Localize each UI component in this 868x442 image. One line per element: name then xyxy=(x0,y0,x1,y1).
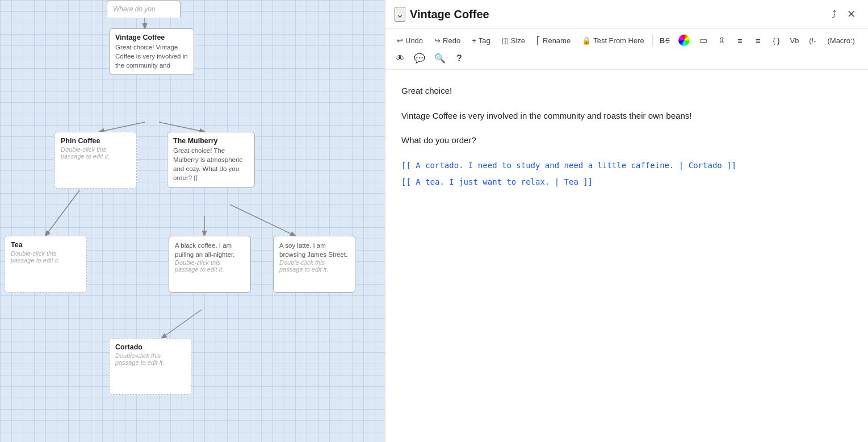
tag-label: Tag xyxy=(479,36,490,45)
list-icon: ≡ xyxy=(737,36,743,45)
align-btn[interactable]: ≡ xyxy=(750,34,766,48)
tag-button[interactable]: + Tag xyxy=(467,34,495,47)
node-the-mulberry-title: The Mulberry xyxy=(173,137,249,145)
test-from-here-button[interactable]: 🔒 Test From Here xyxy=(577,34,649,47)
editor-para-3: What do you order? xyxy=(401,133,852,148)
editor-option-2: [[ A tea. I just want to relax. | Tea ]] xyxy=(401,174,852,189)
right-panel: ⌄ Vintage Coffee ⤴ ✕ ↩ Undo ↪ Redo + Tag… xyxy=(385,0,868,442)
node-cortado-placeholder: Double-click this passage to edit it. xyxy=(115,352,185,366)
node-where-do-you[interactable]: Where do you xyxy=(107,0,181,18)
svg-line-2 xyxy=(159,122,204,132)
rename-label: Rename xyxy=(543,36,571,45)
comment-icon: 💬 xyxy=(414,53,425,64)
svg-line-1 xyxy=(99,122,145,132)
list-btn[interactable]: ≡ xyxy=(732,34,748,48)
braces-icon: { } xyxy=(773,36,779,45)
bold-strikethrough-btn[interactable]: BS xyxy=(656,34,673,47)
editor-para-3-text: What do you order? xyxy=(401,135,476,145)
color-btn[interactable] xyxy=(675,32,693,48)
node-tea-placeholder: Double-click this passage to edit it. xyxy=(11,250,81,264)
color-wheel-icon xyxy=(678,35,690,46)
text-box-btn[interactable]: ▭ xyxy=(695,33,711,48)
help-btn[interactable]: ? xyxy=(451,51,467,66)
align-icon: ≡ xyxy=(756,36,761,45)
editor-para-1-text: Great choice! xyxy=(401,86,452,95)
panel-actions: ⤴ ✕ xyxy=(828,6,859,23)
editor-para-2: Vintage Coffee is very involved in the c… xyxy=(401,109,852,123)
node-black-coffee-placeholder: Double-click this passage to edit it. xyxy=(175,259,245,273)
node-the-mulberry-body: Great choice! The Mulberry is atmospheri… xyxy=(173,146,249,182)
option1-prefix: [[ A cortado. I need to study and need a… xyxy=(401,161,689,170)
rename-icon: ⎡ xyxy=(536,36,540,45)
editor-options: [[ A cortado. I need to study and need a… xyxy=(401,158,852,190)
node-black-coffee-body: A black coffee. I am pulling an all-nigh… xyxy=(175,241,245,259)
node-phin-coffee[interactable]: Phin Coffee Double-click this passage to… xyxy=(54,132,137,189)
text-box-icon: ▭ xyxy=(699,35,707,45)
node-vintage-coffee-body: Great choice! Vintage Coffee is very inv… xyxy=(115,43,188,70)
option1-suffix: ]] xyxy=(722,161,736,170)
vb-btn[interactable]: Vb xyxy=(786,34,802,47)
test-label: Test From Here xyxy=(593,36,644,45)
eye-icon: 👁 xyxy=(396,53,405,64)
editor-option-1: [[ A cortado. I need to study and need a… xyxy=(401,158,852,173)
tag-icon: + xyxy=(472,36,476,45)
undo-button[interactable]: ↩ Undo xyxy=(392,34,427,47)
svg-line-3 xyxy=(45,190,79,236)
option1-link: Cortado xyxy=(689,161,722,170)
option2-prefix: [[ A tea. I just want to relax. | xyxy=(401,177,564,186)
rename-button[interactable]: ⎡ Rename xyxy=(532,34,575,47)
redo-button[interactable]: ↪ Redo xyxy=(430,34,465,47)
editor-para-2-text: Vintage Coffee is very involved in the c… xyxy=(401,111,691,120)
undo-icon: ↩ xyxy=(397,36,403,45)
node-phin-coffee-placeholder: Double-click this passage to edit it. xyxy=(61,146,131,160)
node-tea-title: Tea xyxy=(11,241,81,249)
panel-title-area: ⌄ Vintage Coffee xyxy=(395,7,489,22)
panel-expand-btn[interactable]: ⤴ xyxy=(828,6,840,23)
strikethrough-icon: ⇫ xyxy=(718,35,726,45)
toolbar-divider-1 xyxy=(652,35,653,46)
node-black-coffee[interactable]: A black coffee. I am pulling an all-nigh… xyxy=(169,236,251,293)
panel-title: Vintage Coffee xyxy=(410,8,489,21)
size-label: Size xyxy=(511,36,525,45)
canvas-area[interactable]: Where do you Vintage Coffee Great choice… xyxy=(0,0,385,442)
preview-btn[interactable]: 👁 xyxy=(392,51,408,66)
node-partial-text: Where do you xyxy=(113,5,156,13)
size-button[interactable]: ◫ Size xyxy=(497,34,530,47)
svg-line-5 xyxy=(230,205,295,236)
node-the-mulberry[interactable]: The Mulberry Great choice! The Mulberry … xyxy=(167,132,255,187)
node-soy-latte[interactable]: A soy latte. I am browsing James Street.… xyxy=(273,236,355,293)
option2-link: Tea xyxy=(564,177,578,186)
vb-icon: Vb xyxy=(790,36,799,45)
help-icon: ? xyxy=(456,53,462,64)
redo-icon: ↪ xyxy=(434,36,441,45)
macro-btn[interactable]: (Macro:) xyxy=(823,34,859,47)
undo-label: Undo xyxy=(405,36,423,45)
search-btn[interactable]: 🔍 xyxy=(431,51,449,66)
exclamation-icon: (!- xyxy=(809,36,816,45)
editor-para-1: Great choice! xyxy=(401,84,852,98)
node-soy-latte-body: A soy latte. I am browsing James Street. xyxy=(279,241,349,259)
size-icon: ◫ xyxy=(502,36,509,45)
node-vintage-coffee[interactable]: Vintage Coffee Great choice! Vintage Cof… xyxy=(109,28,194,75)
toolbar: ↩ Undo ↪ Redo + Tag ◫ Size ⎡ Rename 🔒 Te… xyxy=(385,29,868,70)
node-vintage-coffee-title: Vintage Coffee xyxy=(115,34,188,41)
panel-close-btn[interactable]: ✕ xyxy=(844,6,859,23)
search-icon: 🔍 xyxy=(434,53,446,64)
strikethrough-btn[interactable]: ⇫ xyxy=(714,33,729,48)
panel-collapse-btn[interactable]: ⌄ xyxy=(395,7,405,22)
redo-label: Redo xyxy=(443,36,460,45)
editor-content[interactable]: Great choice! Vintage Coffee is very inv… xyxy=(385,70,868,442)
option2-suffix: ]] xyxy=(578,177,593,186)
node-cortado[interactable]: Cortado Double-click this passage to edi… xyxy=(109,338,191,395)
node-soy-latte-placeholder: Double-click this passage to edit it. xyxy=(279,259,349,273)
node-phin-coffee-title: Phin Coffee xyxy=(61,137,131,145)
braces-btn[interactable]: { } xyxy=(768,34,784,47)
node-cortado-title: Cortado xyxy=(115,343,185,351)
panel-header: ⌄ Vintage Coffee ⤴ ✕ xyxy=(385,0,868,29)
test-icon: 🔒 xyxy=(582,36,591,45)
macro-label: (Macro:) xyxy=(827,36,854,45)
exclamation-btn[interactable]: (!- xyxy=(804,34,820,47)
svg-line-6 xyxy=(162,310,202,338)
node-tea[interactable]: Tea Double-click this passage to edit it… xyxy=(5,236,87,293)
comment-btn[interactable]: 💬 xyxy=(410,51,429,66)
